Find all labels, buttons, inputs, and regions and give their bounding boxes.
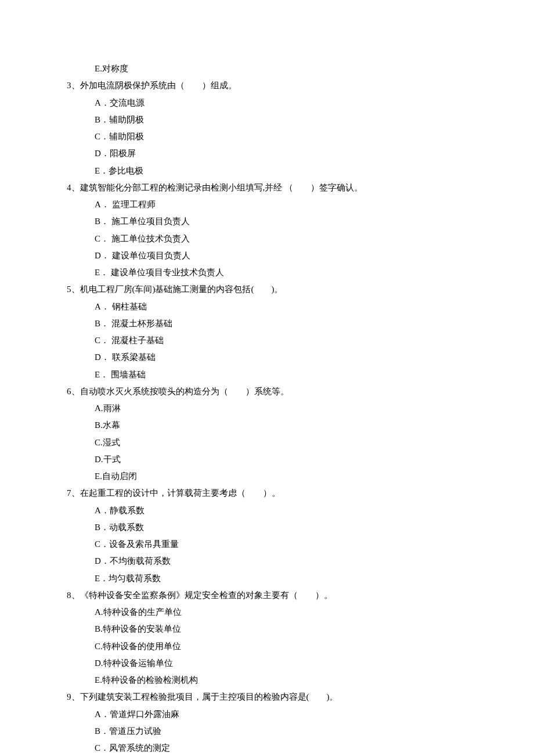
- option-item: D.干式: [95, 451, 467, 468]
- question-stem: 自动喷水灭火系统按喷头的构造分为（ ）系统等。: [80, 387, 289, 396]
- trailing-option: E.对称度: [67, 60, 467, 77]
- option-item: B.特种设备的安装单位: [95, 621, 467, 638]
- option-item: C．辅助阳极: [95, 128, 467, 145]
- option-item: C.湿式: [95, 434, 467, 451]
- option-item: A．静载系数: [95, 502, 467, 519]
- question-stem-line: 3、外加电流阴极保护系统由（ ）组成。: [67, 77, 467, 94]
- question-stem-line: 8、《特种设备安全监察条例》规定安全检查的对象主要有（ ）。: [67, 587, 467, 604]
- question-block: 4、建筑智能化分部工程的检测记录由检测小组填写,并经 （ ）签字确认。 A． 监…: [67, 179, 467, 282]
- option-item: A． 钢柱基础: [95, 298, 467, 315]
- option-item: E． 建设单位项目专业技术负责人: [95, 264, 467, 281]
- option-item: B． 施工单位项目负责人: [95, 213, 467, 230]
- question-number: 7、: [67, 488, 80, 498]
- option-list: A．管道焊口外露油麻 B．管道压力试验 C．风管系统的测定 D．电梯保护装置 E…: [67, 706, 467, 757]
- option-item: B．辅助阴极: [95, 111, 467, 128]
- option-item: E．参比电极: [95, 163, 467, 179]
- option-item: D． 建设单位项目负责人: [95, 247, 467, 264]
- question-block: 7、在起重工程的设计中，计算载荷主要考虑（ ）。 A．静载系数 B．动载系数 C…: [67, 485, 467, 587]
- option-list: A． 钢柱基础 B． 混凝土杯形基础 C． 混凝柱子基础 D． 联系梁基础 E．…: [67, 298, 467, 383]
- option-item: D．阳极屏: [95, 145, 467, 162]
- option-list: A． 监理工程师 B． 施工单位项目负责人 C． 施工单位技术负责入 D． 建设…: [67, 196, 467, 281]
- question-number: 4、: [67, 183, 80, 192]
- option-item: D． 联系梁基础: [95, 349, 467, 366]
- option-item: C． 混凝柱子基础: [95, 332, 467, 349]
- option-item: E.特种设备的检验检测机构: [95, 672, 467, 689]
- option-item: A． 监理工程师: [95, 196, 467, 213]
- question-number: 3、: [67, 81, 80, 90]
- option-item: B.水幕: [95, 417, 467, 434]
- question-stem: 机电工程厂房(车间)基础施工测量的内容包括( )。: [80, 285, 283, 294]
- question-stem-line: 4、建筑智能化分部工程的检测记录由检测小组填写,并经 （ ）签字确认。: [67, 179, 467, 196]
- option-item: B． 混凝土杯形基础: [95, 315, 467, 332]
- option-item: E． 围墙基础: [95, 366, 467, 383]
- option-item: A.特种设备的生产单位: [95, 604, 467, 621]
- question-stem: 在起重工程的设计中，计算载荷主要考虑（ ）。: [80, 488, 280, 498]
- question-number: 9、: [67, 692, 80, 701]
- option-item: B．动载系数: [95, 519, 467, 536]
- question-block: 6、自动喷水灭火系统按喷头的构造分为（ ）系统等。 A.雨淋 B.水幕 C.湿式…: [67, 383, 467, 485]
- document-page: E.对称度 3、外加电流阴极保护系统由（ ）组成。 A．交流电源 B．辅助阴极 …: [0, 0, 534, 756]
- option-item: A．管道焊口外露油麻: [95, 706, 467, 723]
- question-block: 5、机电工程厂房(车间)基础施工测量的内容包括( )。 A． 钢柱基础 B． 混…: [67, 281, 467, 383]
- option-item: D．不均衡载荷系数: [95, 553, 467, 570]
- option-item: E.自动启闭: [95, 468, 467, 485]
- question-block: 8、《特种设备安全监察条例》规定安全检查的对象主要有（ ）。 A.特种设备的生产…: [67, 587, 467, 689]
- option-item: C．设备及索吊具重量: [95, 536, 467, 553]
- question-stem: 外加电流阴极保护系统由（ ）组成。: [80, 81, 237, 90]
- question-number: 8、: [67, 591, 80, 600]
- question-stem: 《特种设备安全监察条例》规定安全检查的对象主要有（ ）。: [80, 591, 333, 600]
- option-item: A．交流电源: [95, 95, 467, 111]
- option-item: C.特种设备的使用单位: [95, 638, 467, 655]
- question-stem-line: 5、机电工程厂房(车间)基础施工测量的内容包括( )。: [67, 281, 467, 298]
- question-block: 3、外加电流阴极保护系统由（ ）组成。 A．交流电源 B．辅助阴极 C．辅助阳极…: [67, 77, 467, 179]
- question-stem: 下列建筑安装工程检验批项目，属于主控项目的检验内容是( )。: [80, 692, 338, 701]
- option-list: A.特种设备的生产单位 B.特种设备的安装单位 C.特种设备的使用单位 D.特种…: [67, 604, 467, 689]
- question-stem-line: 6、自动喷水灭火系统按喷头的构造分为（ ）系统等。: [67, 383, 467, 400]
- option-item: B．管道压力试验: [95, 723, 467, 740]
- option-list: A.雨淋 B.水幕 C.湿式 D.干式 E.自动启闭: [67, 400, 467, 485]
- question-stem: 建筑智能化分部工程的检测记录由检测小组填写,并经 （ ）签字确认。: [80, 183, 363, 192]
- option-text: E.对称度: [95, 64, 128, 73]
- option-item: D.特种设备运输单位: [95, 655, 467, 672]
- option-item: A.雨淋: [95, 400, 467, 417]
- question-number: 5、: [67, 285, 80, 294]
- question-block: 9、下列建筑安装工程检验批项目，属于主控项目的检验内容是( )。 A．管道焊口外…: [67, 689, 467, 756]
- option-item: C．风管系统的测定: [95, 740, 467, 756]
- question-number: 6、: [67, 387, 80, 396]
- question-stem-line: 7、在起重工程的设计中，计算载荷主要考虑（ ）。: [67, 485, 467, 502]
- option-list: A．静载系数 B．动载系数 C．设备及索吊具重量 D．不均衡载荷系数 E．均匀载…: [67, 502, 467, 587]
- question-stem-line: 9、下列建筑安装工程检验批项目，属于主控项目的检验内容是( )。: [67, 689, 467, 705]
- option-item: E．均匀载荷系数: [95, 570, 467, 587]
- option-list: A．交流电源 B．辅助阴极 C．辅助阳极 D．阳极屏 E．参比电极: [67, 95, 467, 179]
- option-item: C． 施工单位技术负责入: [95, 231, 467, 247]
